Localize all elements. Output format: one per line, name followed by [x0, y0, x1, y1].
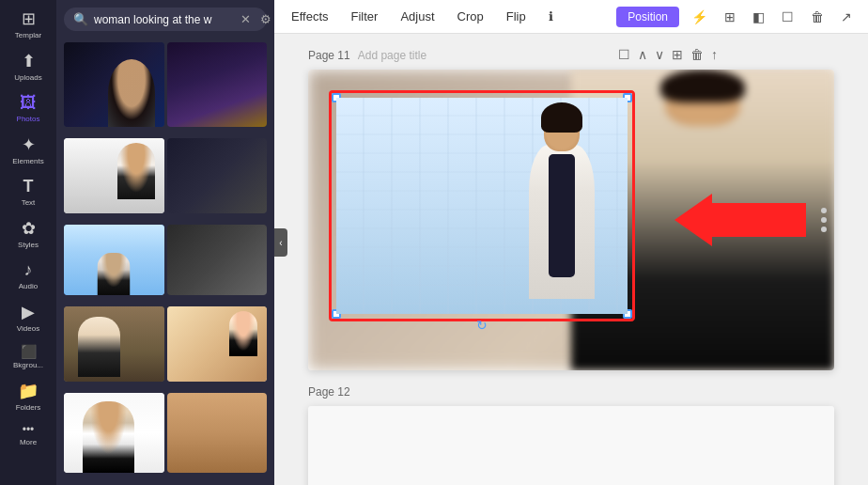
text-icon: T [23, 177, 34, 196]
page-duplicate-icon[interactable]: ⊞ [672, 47, 683, 62]
page-12-label: Page 12 [308, 385, 834, 399]
photos-panel: 🔍 woman looking at the w ✕ ⚙ [56, 0, 274, 485]
adjust-button[interactable]: Adjust [395, 7, 440, 26]
elements-icon: ✦ [22, 134, 36, 155]
scroll-dot [821, 208, 827, 213]
styles-icon: ✿ [22, 218, 36, 239]
page-12-background [308, 406, 834, 485]
search-input[interactable]: woman looking at the w [94, 13, 235, 26]
selected-image-frame[interactable]: ↻ [336, 98, 628, 314]
photo-item[interactable] [64, 138, 164, 213]
sidebar-item-background[interactable]: ⬛ Bkgrou... [0, 339, 56, 374]
close-icon[interactable]: ✕ [240, 12, 251, 26]
sidebar-item-label: Text [22, 198, 36, 207]
page-delete-icon[interactable]: 🗑 [690, 47, 704, 62]
effects-button[interactable]: Effects [286, 7, 334, 26]
sidebar-item-label: Templar [15, 31, 41, 39]
filter-icon[interactable]: ⚙ [260, 12, 271, 26]
page-up-icon[interactable]: ∧ [638, 47, 647, 62]
sidebar-item-videos[interactable]: ▶ Videos [0, 297, 56, 337]
sidebar-item-styles[interactable]: ✿ Styles [0, 213, 56, 254]
crop-button[interactable]: Crop [452, 7, 489, 26]
rotate-handle[interactable]: ↻ [476, 318, 488, 333]
sidebar-item-audio[interactable]: ♪ Audio [0, 256, 56, 295]
sidebar-item-photos[interactable]: 🖼 Photos [0, 88, 56, 128]
template-icon: ⊞ [22, 8, 36, 29]
videos-icon: ▶ [22, 302, 35, 322]
sidebar: ⊞ Templar ⬆ Uploads 🖼 Photos ✦ Elements … [0, 0, 56, 485]
sidebar-item-elements[interactable]: ✦ Elements [0, 130, 56, 170]
photo-item[interactable] [167, 42, 268, 127]
info-button[interactable]: ℹ [543, 7, 559, 26]
toolbar-icon-2[interactable]: ⊞ [720, 8, 740, 26]
page-11-canvas[interactable]: ↻ [308, 70, 834, 370]
flip-button[interactable]: Flip [501, 7, 532, 26]
uploads-icon: ⬆ [22, 51, 36, 71]
sidebar-item-folders[interactable]: 📁 Folders [0, 376, 56, 416]
red-arrow [674, 194, 806, 246]
sidebar-item-label: Bkgrou... [13, 361, 43, 369]
background-icon: ⬛ [21, 344, 37, 359]
photo-item[interactable] [167, 306, 268, 382]
toolbar-icon-1[interactable]: ⚡ [687, 8, 712, 26]
folders-icon: 📁 [18, 381, 39, 401]
scroll-dot [821, 227, 827, 232]
toolbar-icon-3[interactable]: ◧ [748, 8, 769, 26]
sidebar-item-text[interactable]: T Text [0, 172, 56, 211]
photo-item[interactable] [167, 138, 268, 213]
arrow-body [712, 203, 806, 237]
more-icon: ••• [23, 423, 35, 436]
filter-button[interactable]: Filter [346, 7, 384, 26]
photo-item[interactable] [64, 42, 164, 127]
position-button[interactable]: Position [616, 7, 679, 27]
arrow-head [674, 194, 712, 246]
sidebar-item-label: Elements [12, 157, 43, 165]
page-11-label: Page 11 Add page title [308, 49, 834, 62]
sidebar-item-template[interactable]: ⊞ Templar [0, 4, 56, 44]
page-label-text: Page 11 [308, 49, 350, 62]
sidebar-item-label: Styles [18, 241, 39, 249]
sidebar-item-label: Photos [17, 115, 40, 123]
canvas-area: Page 11 Add page title ☐ ∧ ∨ ⊞ 🗑 ↑ [274, 34, 868, 485]
right-sidebar-dots [821, 208, 827, 232]
page-12-canvas[interactable] [308, 406, 834, 485]
scroll-dot [821, 217, 827, 223]
toolbar-icon-4[interactable]: ☐ [777, 8, 798, 26]
woman-in-photo [519, 102, 604, 308]
sidebar-item-label: Videos [17, 324, 39, 333]
audio-icon: ♪ [24, 260, 33, 280]
sidebar-item-uploads[interactable]: ⬆ Uploads [0, 46, 56, 86]
sidebar-item-more[interactable]: ••• More [0, 418, 56, 451]
sidebar-item-label: Audio [19, 282, 38, 290]
photo-item[interactable] [167, 393, 268, 473]
toolbar-right: Position ⚡ ⊞ ◧ ☐ 🗑 ↗ [616, 7, 857, 27]
search-icon: 🔍 [73, 12, 88, 26]
sidebar-item-label: More [20, 438, 37, 446]
sidebar-item-label: Folders [16, 403, 41, 412]
styles-wrapper: ✿ Styles [0, 213, 56, 254]
sidebar-item-label: Uploads [14, 73, 41, 82]
search-bar[interactable]: 🔍 woman looking at the w ✕ ⚙ [64, 8, 267, 31]
photos-icon: 🖼 [20, 93, 37, 113]
page-add-title[interactable]: Add page title [358, 49, 426, 62]
photo-grid [56, 39, 274, 485]
panel-expand-button[interactable]: ‹ [274, 228, 287, 257]
toolbar-icon-6[interactable]: ↗ [836, 8, 857, 26]
photo-item[interactable] [64, 225, 164, 295]
toolbar-icon-5[interactable]: 🗑 [806, 8, 829, 26]
page-11-container: Page 11 Add page title ☐ ∧ ∨ ⊞ 🗑 ↑ [308, 49, 834, 370]
editor-area: Effects Filter Adjust Crop Flip ℹ Positi… [274, 0, 868, 485]
page-copy-icon[interactable]: ☐ [618, 47, 630, 62]
top-toolbar: Effects Filter Adjust Crop Flip ℹ Positi… [274, 0, 868, 34]
photo-inside [336, 98, 628, 314]
page-12-label-text: Page 12 [308, 385, 350, 399]
page-12-container: Page 12 [308, 385, 834, 485]
photo-item[interactable] [64, 306, 164, 382]
page-export-icon[interactable]: ↑ [711, 47, 718, 62]
photo-item[interactable] [64, 393, 164, 473]
page-down-icon[interactable]: ∨ [655, 47, 664, 62]
photo-item[interactable] [167, 225, 268, 295]
